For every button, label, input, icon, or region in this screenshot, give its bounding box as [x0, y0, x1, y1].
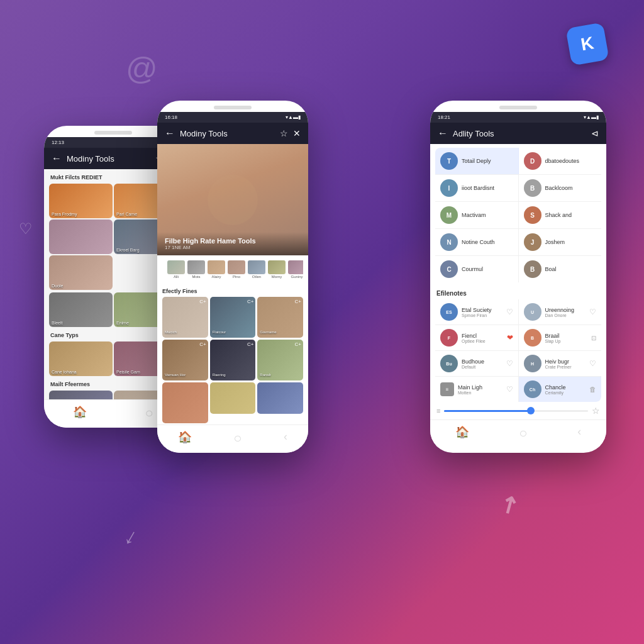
contact-item[interactable]: I iioot Bardisnt [435, 175, 519, 201]
thumb-label: Alairy [211, 275, 221, 279]
slider-thumb[interactable] [527, 407, 535, 414]
contact-name: Courmul [462, 266, 483, 272]
movie-item[interactable]: Ranalt C+ [257, 340, 303, 380]
photo-item[interactable]: Bleelt [49, 292, 113, 327]
share-icon-right[interactable]: ⊲ [591, 128, 599, 138]
phone-notch-right [499, 106, 537, 109]
movie-item[interactable]: Vamuan Hor C+ [162, 340, 208, 380]
contact-grid-row: N Notine Couth J Joshem [435, 229, 601, 256]
photo-label: Ekroel Barg [116, 248, 140, 252]
app-title-left: Modiny Tools [67, 154, 150, 164]
movie-item[interactable]: Flatcour C+ [210, 297, 256, 338]
back-icon-middle[interactable]: ← [165, 128, 175, 139]
filter-icon[interactable]: ≡ [436, 407, 440, 414]
contact-item[interactable]: T Totail Deply [435, 148, 519, 174]
fav-grid-row: ES Etal Suciety Spmoe Firan ♡ U Ureennoi… [435, 299, 601, 325]
home-nav-right[interactable]: 🏠 [455, 425, 469, 441]
photo-item[interactable]: Duole [49, 255, 113, 290]
heart-icon-filled[interactable]: ❤ [507, 333, 513, 342]
contact-name: Shack and [545, 212, 572, 218]
thumb-item[interactable]: Guniny [288, 260, 303, 280]
fav-item[interactable]: ≡ Main Ligh Motten ♡ [435, 377, 519, 402]
contact-item[interactable]: D dbatoedoutes [519, 148, 602, 174]
back-icon-left[interactable]: ← [52, 153, 62, 164]
thumb-item[interactable]: Momy [268, 260, 286, 280]
fav-grid-row: ≡ Main Ligh Motten ♡ Ch Chancle Ceriamit… [435, 377, 601, 402]
heart-icon[interactable]: ♡ [506, 308, 513, 316]
back-nav-right[interactable]: ‹ [577, 425, 581, 441]
fav-item[interactable]: ES Etal Suciety Spmoe Firan ♡ [435, 299, 519, 325]
movie-item[interactable]: Raering C+ [210, 340, 256, 380]
thumb-label: Momy [272, 275, 282, 279]
favorites-list: ES Etal Suciety Spmoe Firan ♡ U Ureennoi… [435, 299, 601, 402]
contact-avatar: J [524, 233, 541, 251]
contact-avatar: D [524, 152, 541, 170]
bottom-nav-middle: 🏠 ○ ‹ [157, 425, 308, 453]
heart-icon[interactable]: ♡ [506, 385, 513, 394]
photo-label: Bleelt [52, 321, 63, 325]
contact-avatar: C [440, 260, 458, 278]
slider-fill [444, 410, 530, 412]
home-nav-left[interactable]: 🏠 [73, 405, 87, 421]
status-icons-middle: ▾▲▬▮ [286, 114, 301, 120]
circle-nav-middle[interactable]: ○ [233, 430, 242, 447]
close-icon-middle[interactable]: ✕ [293, 128, 301, 138]
heart-icon[interactable]: ♡ [589, 308, 596, 316]
phone-notch-left [94, 131, 132, 135]
movie-item[interactable] [162, 382, 208, 423]
heart-icon[interactable]: ♡ [506, 359, 513, 368]
fav-item[interactable]: Bu Budhoue Default ♡ [435, 351, 519, 376]
movie-item[interactable] [210, 382, 256, 414]
thumb-item[interactable]: Mots [187, 260, 205, 280]
photo-item[interactable]: Cane lohana [49, 341, 113, 376]
contact-name: Totail Deply [462, 158, 491, 164]
bottom-nav-right: 🏠 ○ ‹ [430, 419, 606, 448]
thumbnail-section: Alli Mots Alairy Pino Otlen [157, 255, 308, 286]
back-icon-right[interactable]: ← [438, 128, 448, 139]
thumb-item[interactable]: Alairy [208, 260, 225, 280]
circle-nav-right[interactable]: ○ [519, 425, 527, 441]
bookmark-icon[interactable]: ⊡ [591, 335, 596, 341]
contact-item[interactable]: B Backlcoom [519, 175, 602, 201]
fav-grid-row: F Fiencl Optlee Fllee ❤ B Braail Slap Up [435, 325, 601, 351]
star-icon-right[interactable]: ☆ [592, 406, 600, 416]
photo-item[interactable] [49, 219, 113, 254]
thumb-item[interactable]: Pino [228, 260, 245, 280]
contact-item[interactable]: C Courmul [435, 256, 519, 282]
contact-item[interactable]: M Mactivam [435, 202, 519, 228]
fav-item[interactable]: F Fiencl Optlee Fllee ❤ [435, 325, 519, 350]
slider-track[interactable] [444, 410, 588, 412]
photo-item[interactable]: Flirt Fife [49, 391, 113, 399]
movie-item[interactable]: Mucich C+ [162, 297, 208, 338]
movie-item[interactable]: Giarname C+ [257, 297, 303, 338]
heart-icon[interactable]: ♡ [589, 359, 596, 368]
home-nav-middle[interactable]: 🏠 [178, 430, 192, 447]
circle-nav-left[interactable]: ○ [145, 405, 153, 421]
fav-avatar: F [440, 329, 458, 347]
fav-grid-row: Bu Budhoue Default ♡ H Heiv bugr Crate P… [435, 351, 601, 377]
thumb-item[interactable]: Alli [167, 260, 185, 280]
fav-item[interactable]: B Braail Slap Up ⊡ [519, 325, 602, 350]
status-time-middle: 16:18 [165, 114, 177, 120]
contact-avatar: B [524, 260, 541, 278]
photo-item[interactable]: Para Frodmy [49, 184, 113, 218]
thumb-item[interactable]: Otlen [248, 260, 265, 280]
contact-item[interactable]: S Shack and [519, 202, 602, 228]
fav-item[interactable]: H Heiv bugr Crate Pretner ♡ [519, 351, 602, 376]
hero-title: Filbe High Rate Hame Tools [165, 237, 301, 245]
k-logo: K [565, 22, 609, 66]
status-icons-right: ▾▲▬▮ [584, 114, 599, 120]
app-title-middle: Modiny Tools [180, 129, 275, 138]
movie-item[interactable] [257, 382, 303, 414]
app-bar-middle: ← Modiny Tools ☆ ✕ [157, 123, 308, 144]
fav-item[interactable]: U Ureennoing Dan Onore ♡ [519, 299, 602, 325]
deco-arrow-right: ↗ [494, 489, 524, 521]
fav-item[interactable]: Ch Chancle Ceriamity 🗑 [519, 377, 602, 402]
contact-item[interactable]: N Notine Couth [435, 229, 519, 255]
trash-icon[interactable]: 🗑 [589, 386, 596, 393]
back-nav-middle[interactable]: ‹ [284, 430, 287, 447]
contact-item[interactable]: J Joshem [519, 229, 602, 255]
gear-icon-middle[interactable]: ☆ [280, 128, 288, 138]
status-bar-right: 18:21 ▾▲▬▮ [430, 112, 606, 123]
contact-item[interactable]: B Boal [519, 256, 602, 282]
